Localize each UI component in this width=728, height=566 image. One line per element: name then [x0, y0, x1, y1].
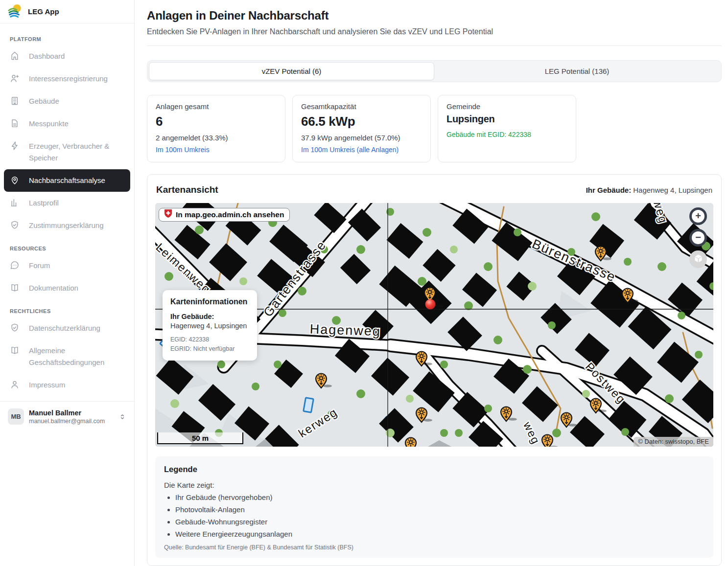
view-3d-button[interactable]: [689, 250, 707, 268]
sidebar-item-forum[interactable]: Forum: [4, 254, 130, 277]
tree-dot: [523, 365, 532, 374]
user-email: manuel.ballmer@gmail.com: [29, 418, 105, 425]
tree-dot: [464, 301, 473, 310]
sidebar-item-gebäude[interactable]: Gebäude: [4, 90, 130, 113]
stat-link[interactable]: Im 100m Umkreis (alle Anlagen): [301, 146, 399, 154]
tree-dot: [406, 395, 414, 403]
app-logo-icon: [8, 3, 23, 20]
stat-cards: Anlagen gesamt 62 angemeldet (33.3%)Im 1…: [147, 95, 722, 162]
your-building-info: Ihr Gebäude:Hagenweg 4, Lupsingen: [586, 186, 712, 194]
map-canvas[interactable]: LeimenwegGartenstrasseBürenstrasseHagenw…: [155, 203, 713, 447]
tree-dot: [528, 282, 537, 291]
sidebar-item-allgemeine-geschäftsbedingungen[interactable]: Allgemeine Geschäftsbedingungen: [4, 340, 130, 374]
stat-card-anlagen-gesamt: Anlagen gesamt 62 angemeldet (33.3%)Im 1…: [147, 95, 285, 162]
sidebar-item-messpunkte[interactable]: Messpunkte: [4, 113, 130, 135]
legend-item: Photovoltaik-Anlagen: [175, 505, 705, 514]
tab-vzev-potential-6[interactable]: vZEV Potential (6): [149, 62, 434, 80]
stat-value: Lupsingen: [446, 113, 567, 125]
legend-intro: Die Karte zeigt:: [164, 481, 705, 489]
tree-dot: [493, 336, 502, 344]
sidebar-item-dokumentation[interactable]: Dokumentation: [4, 277, 130, 299]
chevron-up-down-icon[interactable]: [118, 413, 126, 421]
nav-section-label: RESOURCES: [10, 246, 124, 251]
tree-dot: [484, 405, 492, 412]
tree-dot: [418, 277, 426, 286]
tree-dot: [239, 277, 247, 285]
sidebar-item-label: Erzeuger, Verbraucher & Speicher: [29, 140, 124, 164]
stat-detail: 37.9 kWp angemeldet (57.0%): [301, 134, 422, 142]
pin-icon: [10, 175, 20, 185]
egid-value: EGID: 422338: [170, 335, 249, 344]
sidebar-item-label: Gebäude: [29, 95, 59, 107]
building-icon: [10, 96, 20, 106]
tree-dot: [548, 321, 556, 329]
map-external-link-button[interactable]: In map.geo.admin.ch ansehen: [159, 208, 290, 222]
tree-dot: [274, 361, 282, 368]
tree-dot: [423, 228, 431, 237]
sidebar-item-label: Lastprofil: [29, 197, 59, 209]
map-attribution[interactable]: © Daten: swisstopo, BFE: [634, 437, 713, 447]
stat-value: 6: [156, 114, 277, 129]
sidebar-item-label: Impressum: [29, 379, 65, 391]
sidebar-item-datenschutzerklärung[interactable]: Datenschutzerklärung: [4, 317, 130, 340]
sidebar-item-lastprofil[interactable]: Lastprofil: [4, 192, 130, 214]
tree-dot: [455, 429, 463, 437]
map-section-title: Kartenansicht: [156, 184, 218, 195]
tree-dot: [164, 272, 173, 281]
zoom-in-button[interactable]: +: [689, 207, 707, 225]
tree-dot: [440, 361, 448, 368]
stat-link[interactable]: Im 100m Umkreis: [156, 146, 210, 154]
tree-dot: [678, 312, 685, 319]
sidebar-item-interessensregistrierung[interactable]: Interessensregistrierung: [4, 68, 130, 90]
tree-dot: [695, 351, 703, 359]
home-icon: [10, 51, 20, 61]
map-card: Kartenansicht Ihr Gebäude:Hagenweg 4, Lu…: [147, 174, 722, 566]
sidebar: LEG App PLATFORMDashboardInteressensregi…: [0, 0, 135, 566]
tree-dot: [279, 309, 286, 317]
sidebar-item-label: Allgemeine Geschäftsbedingungen: [29, 345, 124, 368]
map-scale: 50 m: [157, 432, 243, 444]
sidebar-item-impressum[interactable]: Impressum: [4, 374, 130, 396]
app-name: LEG App: [28, 7, 59, 16]
book-icon: [10, 283, 20, 293]
sidebar-item-label: Messpunkte: [29, 118, 69, 130]
tree-dot: [195, 226, 204, 234]
chart-icon: [10, 198, 20, 207]
egrid-value: EGRID: Nicht verfügbar: [170, 344, 249, 354]
page-subtitle: Entdecken Sie PV-Anlagen in Ihrer Nachba…: [147, 27, 722, 46]
sidebar-item-zustimmungserklärung[interactable]: Zustimmungserklärung: [4, 214, 130, 237]
tree-dot: [624, 258, 632, 266]
legend: Legende Die Karte zeigt: Ihr Gebäude (he…: [155, 456, 713, 558]
sidebar-item-nachbarschaftsanalyse[interactable]: Nachbarschaftsanalyse: [4, 169, 130, 192]
stat-link[interactable]: Gebäude mit EGID: 422338: [446, 131, 531, 138]
nav-section-label: PLATFORM: [10, 36, 124, 42]
stat-label: Gemeinde: [446, 102, 567, 111]
userplus-icon: [10, 73, 20, 83]
tree-dot: [665, 394, 674, 403]
tree-dot: [484, 262, 493, 271]
tree-dot: [298, 287, 306, 295]
sidebar-nav: PLATFORMDashboardInteressensregistrierun…: [0, 23, 134, 396]
app-logo-row: LEG App: [0, 0, 134, 23]
main-content: Anlagen in Deiner Nachbarschaft Entdecke…: [135, 0, 728, 566]
tree-dot: [170, 399, 179, 408]
nav-section-label: RECHTLICHES: [10, 308, 124, 314]
legend-item: Ihr Gebäude (hervorgehoben): [175, 493, 705, 501]
swiss-flag-icon: [164, 209, 172, 220]
tab-leg-potential-136[interactable]: LEG Potential (136): [434, 62, 720, 80]
zap-icon: [10, 141, 20, 151]
sidebar-item-erzeuger-verbraucher-speicher[interactable]: Erzeuger, Verbraucher & Speicher: [4, 135, 130, 169]
tree-dot: [658, 262, 666, 271]
sidebar-item-label: Nachbarschaftsanalyse: [29, 175, 105, 186]
legend-list: Ihr Gebäude (hervorgehoben)Photovoltaik-…: [164, 493, 705, 538]
zoom-out-button[interactable]: −: [689, 229, 707, 247]
tree-dot: [621, 428, 629, 436]
user-menu[interactable]: MB Manuel Ballmer manuel.ballmer@gmail.c…: [0, 401, 134, 431]
tree-dot: [386, 429, 395, 437]
user-name: Manuel Ballmer: [29, 408, 105, 417]
stat-label: Anlagen gesamt: [156, 102, 277, 111]
app-window: LEG App PLATFORMDashboardInteressensregi…: [0, 0, 728, 566]
map-info-panel: Karteninformationen Ihr Gebäude: Hagenwe…: [163, 290, 257, 361]
sidebar-item-dashboard[interactable]: Dashboard: [4, 45, 130, 68]
stat-detail: 2 angemeldet (33.3%): [156, 134, 277, 142]
